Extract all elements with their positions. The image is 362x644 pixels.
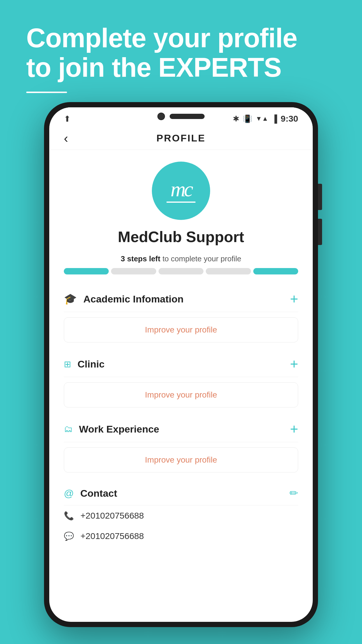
section-work: 🗂 Work Experience + Improve your profile [64, 416, 298, 473]
wifi-icon: ▼▲ [256, 115, 268, 123]
section-clinic: ⊞ Clinic + Improve your profile [64, 351, 298, 407]
clinic-improve-text: Improve your profile [145, 390, 217, 399]
section-clinic-left: ⊞ Clinic [64, 358, 105, 370]
section-academic-left: 🎓 Academic Infomation [64, 293, 184, 305]
volume-down-button[interactable] [318, 219, 322, 245]
phone-icon: 📞 [64, 511, 74, 521]
section-work-left: 🗂 Work Experience [64, 424, 159, 435]
speaker [170, 114, 205, 119]
avatar-logo: mc [166, 179, 196, 203]
section-contact: @ Contact ✏ 📞 +201020756688 💬 +201020756… [64, 481, 298, 546]
clinic-improve-box[interactable]: Improve your profile [64, 382, 298, 407]
progress-seg-1 [64, 268, 109, 274]
vibrate-icon: 📳 [243, 114, 252, 123]
hero-section: Complete your profile to join the EXPERT… [26, 23, 297, 93]
section-academic-header: 🎓 Academic Infomation + [64, 286, 298, 312]
clinic-add-button[interactable]: + [290, 357, 298, 371]
academic-title: Academic Infomation [83, 293, 184, 305]
section-clinic-header: ⊞ Clinic + [64, 351, 298, 377]
section-academic: 🎓 Academic Infomation + Improve your pro… [64, 286, 298, 342]
work-add-button[interactable]: + [290, 422, 298, 436]
contact-edit-button[interactable]: ✏ [289, 487, 298, 499]
work-improve-text: Improve your profile [145, 455, 217, 464]
camera [157, 113, 165, 120]
progress-seg-4 [206, 268, 251, 274]
volume-up-button[interactable] [318, 184, 322, 210]
hero-title-line1: Complete your profile [26, 23, 297, 53]
section-contact-header: @ Contact ✏ [64, 481, 298, 505]
progress-seg-2 [111, 268, 156, 274]
phone-value: +201020756688 [80, 511, 144, 521]
contact-phone: 📞 +201020756688 [64, 505, 298, 526]
contact-icon: @ [64, 488, 74, 499]
section-contact-left: @ Contact [64, 488, 117, 499]
progress-seg-3 [159, 268, 203, 274]
progress-steps: 3 steps left [121, 254, 160, 263]
contact-title: Contact [80, 488, 117, 499]
background: Complete your profile to join the EXPERT… [0, 0, 362, 644]
status-left: ⬆ [64, 114, 71, 124]
upload-icon: ⬆ [64, 114, 71, 124]
avatar: mc [152, 162, 210, 220]
phone-body: ⬆ ✱ 📳 ▼▲ ▐ 9:30 ‹ PROFILE [44, 102, 318, 627]
user-name: MedClub Support [118, 228, 244, 246]
whatsapp-value: +201020756688 [80, 531, 144, 541]
battery-icon: ▐ [272, 114, 277, 123]
clinic-icon: ⊞ [64, 359, 71, 369]
clinic-title: Clinic [78, 358, 105, 370]
hero-divider [26, 92, 67, 93]
back-button[interactable]: ‹ [64, 131, 68, 146]
hero-title: Complete your profile to join the EXPERT… [26, 23, 297, 82]
progress-bar [64, 268, 298, 274]
academic-add-button[interactable]: + [290, 292, 298, 306]
phone-wrapper: ⬆ ✱ 📳 ▼▲ ▐ 9:30 ‹ PROFILE [44, 102, 318, 627]
work-title: Work Experience [79, 424, 159, 435]
academic-icon: 🎓 [64, 293, 77, 305]
avatar-logo-text: mc [171, 179, 191, 200]
status-time: 9:30 [281, 114, 298, 124]
phone-screen: ⬆ ✱ 📳 ▼▲ ▐ 9:30 ‹ PROFILE [49, 107, 313, 622]
status-right: ✱ 📳 ▼▲ ▐ 9:30 [233, 114, 298, 124]
academic-improve-text: Improve your profile [145, 325, 217, 334]
profile-content: mc MedClub Support 3 steps left to compl… [49, 150, 313, 612]
bluetooth-icon: ✱ [233, 114, 239, 123]
progress-seg-5 [253, 268, 298, 274]
progress-label: 3 steps left to complete your profile [64, 254, 298, 263]
hero-title-line2: to join the EXPERTS [26, 52, 281, 82]
contact-whatsapp: 💬 +201020756688 [64, 526, 298, 546]
phone-top-bar [157, 113, 205, 120]
work-icon: 🗂 [64, 424, 73, 434]
section-work-header: 🗂 Work Experience + [64, 416, 298, 442]
whatsapp-icon: 💬 [64, 531, 74, 541]
nav-title: PROFILE [157, 132, 205, 144]
progress-section: 3 steps left to complete your profile [64, 254, 298, 274]
work-improve-box[interactable]: Improve your profile [64, 447, 298, 473]
nav-bar: ‹ PROFILE [49, 127, 313, 150]
academic-improve-box[interactable]: Improve your profile [64, 317, 298, 342]
avatar-logo-underline [166, 202, 196, 203]
